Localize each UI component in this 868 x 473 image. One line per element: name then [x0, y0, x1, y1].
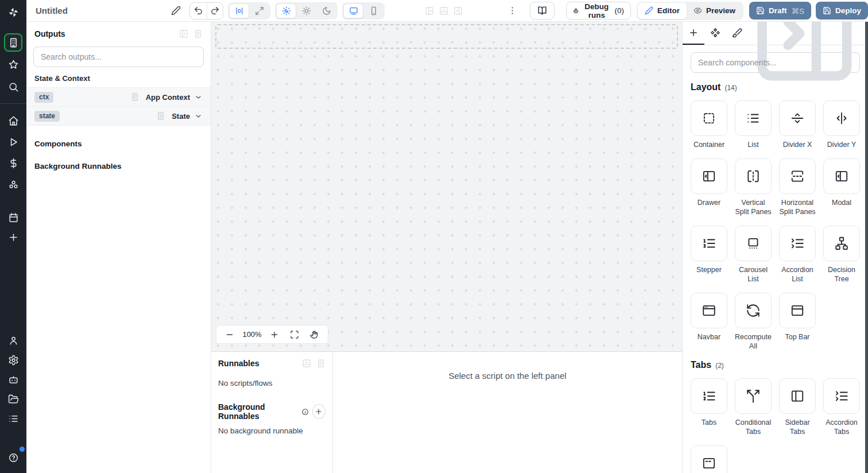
outputs-doc-icon[interactable] [193, 29, 203, 38]
sidebar-item-runs[interactable] [3, 132, 23, 152]
mobile-view-button[interactable] [363, 3, 383, 18]
component-card-branch[interactable] [735, 378, 772, 414]
component-label: Top Bar [785, 332, 809, 342]
sidebar-item-resources[interactable] [3, 175, 23, 194]
collapse-outputs-icon[interactable] [179, 29, 188, 38]
topbar-comp-icon [790, 303, 805, 318]
component-palette-panel: Layout(14)ContainerListDivider XDivider … [682, 22, 868, 473]
zoom-out-button[interactable] [222, 327, 237, 342]
more-menu-button[interactable] [506, 3, 518, 19]
ctx-badge: ctx [34, 92, 53, 103]
sidebar-item-add[interactable] [3, 227, 23, 247]
component-card-drawer[interactable] [691, 158, 727, 194]
sidebar-item-logs[interactable] [3, 409, 23, 428]
component-card-stepper[interactable] [691, 378, 727, 414]
editor-label: Editor [657, 6, 680, 15]
centered-layout-button[interactable] [229, 3, 249, 18]
collapse-right-panel-icon[interactable] [748, 22, 861, 90]
component-card-sidebar-tabs[interactable] [779, 378, 816, 414]
section-title: Tabs [691, 360, 711, 370]
docs-button[interactable] [530, 2, 555, 20]
tab-insert-component[interactable] [683, 22, 704, 45]
state-row[interactable]: state State [26, 107, 211, 126]
right-panel-scrollbar[interactable] [865, 22, 868, 473]
theme-dark-button[interactable] [316, 3, 336, 18]
sidebar-item-folders[interactable] [3, 389, 23, 409]
app-canvas[interactable]: 100% [211, 22, 682, 351]
tab-styling[interactable] [726, 22, 748, 45]
full-width-button[interactable] [249, 3, 269, 18]
zoom-in-button[interactable] [267, 327, 282, 342]
toggle-bottom-panel-icon[interactable] [439, 6, 448, 15]
component-label: Sidebar Tabs [779, 418, 816, 436]
empty-grid-dropzone[interactable] [215, 24, 678, 49]
theme-auto-button[interactable] [276, 3, 296, 18]
component-card-divider-y[interactable] [823, 100, 860, 136]
sidebar-item-schedules[interactable] [3, 208, 23, 227]
collapse-runnables-icon[interactable] [302, 359, 311, 368]
redo-button[interactable] [207, 3, 223, 19]
user-icon [8, 335, 19, 346]
component-label: Carousel List [735, 265, 772, 284]
sidebar-item-user[interactable] [3, 331, 23, 350]
component-card-carousel[interactable] [735, 226, 772, 261]
sidebar-item-search[interactable] [3, 77, 23, 96]
rename-app-button[interactable] [170, 3, 182, 19]
component-card-accordion[interactable] [823, 378, 860, 414]
theme-light-button[interactable] [296, 3, 316, 18]
fit-view-button[interactable] [287, 327, 302, 342]
app-title: Untitled [36, 6, 99, 15]
component-card-container[interactable] [691, 100, 727, 136]
component-card-list[interactable] [735, 100, 772, 136]
add-background-runnable-button[interactable] [312, 404, 326, 419]
editor-tab[interactable]: Editor [638, 3, 687, 19]
sidebar-item-favorites[interactable] [3, 55, 23, 74]
component-label: Decision Tree [823, 265, 860, 284]
sidebar-item-apps[interactable] [4, 33, 22, 52]
sidebar-item-variables[interactable] [3, 153, 23, 173]
component-label: Divider X [783, 140, 812, 149]
sidebar-item-settings[interactable] [3, 350, 23, 370]
preview-tab[interactable]: Preview [687, 3, 742, 19]
component-label: Divider Y [827, 140, 856, 149]
plus-icon [688, 28, 699, 38]
component-card-stepper[interactable] [691, 226, 727, 261]
smartphone-icon [369, 6, 378, 15]
modal-icon [834, 169, 849, 184]
toggle-right-panel-icon[interactable] [454, 6, 463, 15]
deploy-button[interactable]: Deploy [816, 2, 868, 20]
components-header: Components [34, 139, 203, 148]
component-card-vsplit[interactable] [735, 158, 772, 194]
search-outputs-input[interactable] [33, 46, 204, 67]
theme-toggle [275, 2, 338, 20]
component-cell: Container [691, 100, 727, 149]
component-card-invisible-tabs[interactable] [691, 445, 727, 473]
help-button[interactable] [3, 448, 23, 467]
component-card-navbar[interactable] [691, 293, 727, 328]
component-cell: Horizontal Split Panes [779, 158, 816, 216]
sidebar-item-home[interactable] [3, 111, 23, 130]
component-label: Modal [832, 198, 851, 207]
windmill-logo[interactable] [0, 0, 26, 24]
chevron-down-icon[interactable] [194, 112, 203, 121]
pan-button[interactable] [307, 327, 321, 342]
sidebar-item-workers[interactable] [3, 370, 23, 389]
debug-runs-button[interactable]: Debug runs (0) [566, 2, 631, 20]
component-card-hsplit[interactable] [779, 158, 816, 194]
draft-button[interactable]: Draft ⌘S [749, 2, 811, 20]
component-card-modal[interactable] [823, 158, 860, 194]
background-runnables-title: Background Runnables [218, 402, 298, 421]
component-card-divider-x[interactable] [779, 100, 816, 136]
undo-button[interactable] [190, 3, 206, 19]
ctx-row[interactable]: ctx App Context [26, 88, 211, 107]
component-card-accordion[interactable] [779, 226, 816, 261]
component-card-topbar-comp[interactable] [779, 293, 816, 328]
component-card-tree[interactable] [823, 226, 860, 261]
component-card-recompute[interactable] [735, 293, 772, 328]
desktop-view-button[interactable] [343, 3, 363, 18]
runnables-doc-icon[interactable] [316, 359, 326, 368]
boxes-icon [8, 179, 19, 190]
toggle-left-panel-icon[interactable] [425, 6, 434, 15]
tab-component-settings[interactable] [704, 22, 726, 45]
chevron-down-icon[interactable] [194, 93, 203, 102]
